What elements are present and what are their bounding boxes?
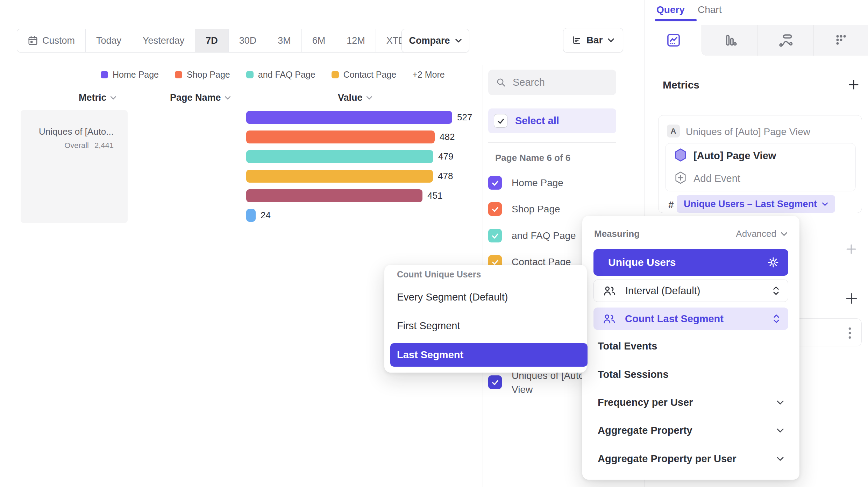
event-hexagon-icon	[674, 148, 687, 162]
chart-type-tab-insights[interactable]	[645, 25, 702, 56]
aggregation-pill[interactable]: Unique Users – Last Segment	[677, 195, 835, 213]
advanced-toggle[interactable]: Advanced	[736, 228, 788, 239]
legend-item[interactable]: and FAQ Page	[246, 70, 315, 80]
date-range-30d[interactable]: 30D	[228, 29, 267, 52]
plus-icon	[847, 78, 860, 91]
sort-chevron-icon	[225, 96, 231, 100]
gear-icon[interactable]	[767, 256, 779, 268]
metric-name: Uniques of [Auto...	[39, 126, 114, 137]
count-option-last-segment[interactable]: Last Segment	[390, 343, 588, 367]
stepper-arrows-icon[interactable]	[773, 286, 780, 296]
table-row: Home Page 527	[246, 107, 472, 127]
metrics-header: Metrics	[663, 79, 699, 91]
users-icon	[604, 285, 616, 296]
row-value: 527	[457, 112, 472, 123]
metric-cell[interactable]: Uniques of [Auto... Overall 2,441	[21, 110, 128, 223]
bar-segment[interactable]	[246, 170, 433, 183]
chevron-down-icon	[781, 232, 788, 236]
legend-item[interactable]: Home Page	[101, 70, 159, 80]
row-value: 451	[427, 190, 442, 201]
stepper-arrows-icon[interactable]	[773, 314, 780, 324]
date-range-custom[interactable]: Custom	[17, 29, 85, 52]
legend-item[interactable]: Contact Page	[332, 70, 397, 80]
chevron-down-icon	[822, 202, 828, 206]
count-unique-users-popover: Count Unique Users Every Segment (Defaul…	[384, 265, 587, 373]
date-range-3m[interactable]: 3M	[267, 29, 301, 52]
legend-more[interactable]: +2 More	[412, 70, 444, 80]
date-range-7d[interactable]: 7D	[195, 29, 228, 52]
checkbox-checked[interactable]	[488, 202, 502, 216]
measuring-title: Measuring	[594, 228, 640, 239]
filter-group-label: Page Name 6 of 6	[495, 153, 570, 163]
add-event-label[interactable]: Add Event	[693, 173, 740, 184]
measuring-option-total-events[interactable]: Total Events	[598, 340, 784, 352]
count-option-first-segment[interactable]: First Segment	[397, 320, 460, 332]
table-row: FAQ Page 24	[246, 205, 271, 225]
divider	[488, 142, 616, 143]
bar-segment[interactable]	[246, 130, 435, 143]
bar-segment[interactable]	[246, 150, 433, 163]
date-range-12m[interactable]: 12M	[336, 29, 376, 52]
chart-legend: Home Page Shop Page and FAQ Page Contact…	[101, 70, 445, 79]
column-header-page-name[interactable]: Page Name	[170, 92, 231, 103]
date-range-6m[interactable]: 6M	[301, 29, 336, 52]
add-metric-button[interactable]	[847, 78, 860, 91]
bar-chart-icon	[722, 33, 738, 48]
checkbox-checked[interactable]	[488, 375, 502, 389]
chart-type-tab-bar[interactable]	[702, 25, 758, 56]
chart-type-tab-flows[interactable]	[757, 25, 814, 56]
bar-segment[interactable]	[246, 111, 452, 124]
search-placeholder: Search	[513, 77, 545, 88]
stepper-interval[interactable]: Interval (Default)	[593, 280, 788, 302]
chevron-down-icon	[455, 38, 462, 43]
measuring-option-unique-users[interactable]: Unique Users	[593, 249, 788, 276]
checkbox-checked[interactable]	[488, 176, 502, 190]
chevron-down-icon	[776, 428, 784, 433]
measuring-option-aggregate-property-per-user[interactable]: Aggregate Property per User	[598, 453, 784, 465]
chart-type-tab-retention[interactable]	[813, 25, 868, 56]
event-name[interactable]: [Auto] Page View	[693, 150, 776, 162]
checkbox-checked[interactable]	[488, 229, 502, 242]
bar-segment[interactable]	[246, 189, 422, 202]
bar-segment[interactable]	[246, 209, 256, 222]
stepper-count-last-segment[interactable]: Count Last Segment	[593, 308, 788, 330]
metric-badge: A	[667, 125, 680, 137]
row-value: 24	[261, 210, 271, 221]
table-row: and FAQ Page 479	[246, 147, 453, 166]
select-all-checkbox[interactable]	[494, 114, 507, 128]
row-value: 482	[440, 132, 455, 142]
legend-item[interactable]: Shop Page	[175, 70, 230, 80]
metric-overall: Overall 2,441	[64, 141, 114, 150]
count-option-every-segment[interactable]: Every Segment (Default)	[397, 291, 508, 303]
tab-chart[interactable]: Chart	[698, 4, 721, 15]
metric-card-title: Uniques of [Auto] Page View	[686, 126, 810, 137]
table-row: Contact Page 478	[246, 166, 453, 186]
kebab-menu-icon[interactable]	[847, 326, 852, 341]
filter-item-and-faq-page[interactable]: and FAQ Page	[488, 229, 576, 242]
filter-item-shop-page[interactable]: Shop Page	[488, 202, 560, 216]
date-range-today[interactable]: Today	[85, 29, 132, 52]
aggregation-hash: #	[668, 199, 674, 211]
table-row: About Us Page 451	[246, 186, 442, 205]
compare-button[interactable]: Compare	[401, 29, 469, 52]
select-all-row[interactable]: Select all	[488, 108, 616, 133]
insights-icon	[666, 33, 681, 48]
tab-query[interactable]: Query	[656, 4, 685, 15]
add-filter-button[interactable]	[845, 243, 858, 255]
date-range-label: Custom	[42, 35, 75, 46]
column-header-value[interactable]: Value	[338, 92, 372, 103]
column-header-metric[interactable]: Metric	[79, 92, 116, 103]
date-range-yesterday[interactable]: Yesterday	[132, 29, 195, 52]
measuring-option-aggregate-property[interactable]: Aggregate Property	[598, 425, 784, 436]
measuring-option-total-sessions[interactable]: Total Sessions	[598, 369, 784, 380]
add-breakdown-button[interactable]	[845, 291, 859, 305]
table-row: Shop Page 482	[246, 127, 455, 147]
measuring-option-frequency-per-user[interactable]: Frequency per User	[598, 397, 784, 408]
filter-item-home-page[interactable]: Home Page	[488, 176, 563, 190]
legend-swatch	[246, 71, 254, 78]
date-range-group: Custom Today Yesterday 7D 30D 3M 6M 12M …	[17, 29, 427, 52]
chart-type-button[interactable]: Bar	[563, 28, 623, 52]
search-icon	[496, 77, 506, 88]
search-input[interactable]: Search	[488, 70, 616, 95]
chevron-down-icon	[776, 457, 784, 461]
